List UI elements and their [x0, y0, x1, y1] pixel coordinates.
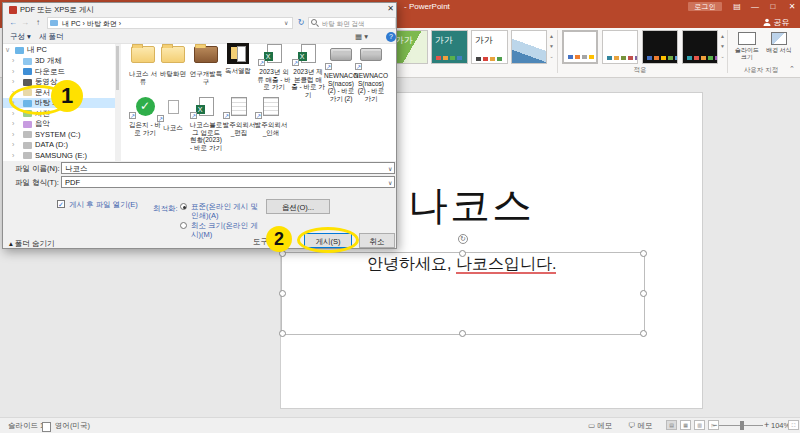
spellcheck-icon[interactable]	[42, 422, 51, 432]
dialog-close-button[interactable]: ✕	[384, 4, 397, 14]
filetype-select[interactable]: PDF	[61, 176, 395, 188]
file-item[interactable]: ↗2023년 의류 매출 - 바로 가기	[257, 43, 291, 91]
dialog-title: PDF 또는 XPS로 게시	[20, 5, 94, 15]
cancel-button[interactable]: 취소	[359, 233, 395, 248]
zoom-slider-knob[interactable]	[740, 421, 744, 430]
filename-dropdown-icon[interactable]: ∨	[388, 165, 392, 172]
file-item[interactable]: ↗나코스블로그 업로드 현황(2023) - 바로 가기	[189, 96, 223, 151]
file-item[interactable]: ↗발주의뢰서_편집	[222, 96, 256, 136]
new-folder-button[interactable]: 새 폴더	[39, 32, 64, 42]
file-item[interactable]: ↗나코스	[156, 96, 190, 132]
optimize-standard-radio[interactable]	[180, 203, 187, 210]
share-label: 공유	[773, 18, 789, 27]
spreadsheet-icon	[263, 97, 279, 116]
resize-handle[interactable]	[640, 330, 647, 337]
login-button[interactable]: 로그인	[688, 2, 722, 11]
view-options-icon[interactable]: ▦ ▾	[355, 32, 368, 41]
notes-toggle[interactable]: ▭ 메모	[588, 421, 612, 431]
normal-view-button[interactable]: ▤	[666, 420, 677, 430]
sidebar-item-drive-e[interactable]: ›SAMSUNG (E:)	[3, 151, 115, 161]
resize-handle[interactable]	[640, 290, 647, 297]
search-input[interactable]: 바탕 화면 검색	[308, 17, 396, 29]
filetype-label: 파일 형식(T):	[15, 178, 59, 188]
slide-title-text[interactable]: 나코스	[408, 178, 534, 233]
up-button[interactable]: ↑	[36, 18, 40, 27]
search-icon	[311, 19, 317, 25]
window-title: - PowerPoint	[404, 2, 450, 11]
theme-gallery-scroll[interactable]: ▲▼⌄	[548, 31, 555, 63]
shortcut-arrow-icon: ↗	[129, 112, 136, 119]
optimize-minimum-radio[interactable]	[180, 222, 187, 229]
variant-thumbnail-1[interactable]	[562, 30, 598, 64]
file-item[interactable]: ↗발주의뢰서_인쇄	[254, 96, 288, 136]
back-button[interactable]: ←	[9, 18, 17, 27]
rotate-handle[interactable]: ↻	[458, 234, 468, 244]
filetype-dropdown-icon[interactable]: ∨	[388, 179, 392, 186]
forward-button[interactable]: →	[21, 18, 29, 27]
folder-icon	[50, 20, 58, 26]
pdf-dialog-icon	[9, 6, 17, 14]
variant-thumbnail-4[interactable]	[682, 30, 718, 64]
sidebar-item-downloads[interactable]: ›다운로드	[3, 67, 115, 77]
file-item[interactable]: ↗NEWNACOS(nacos) (2) - 바로 가기 (2)	[324, 43, 358, 102]
theme-thumbnail-3[interactable]: 가가	[471, 30, 508, 64]
shortcut-arrow-icon: ↗	[223, 112, 230, 119]
person-icon	[763, 18, 771, 26]
ribbon-display-options-icon[interactable]: ▤	[729, 1, 745, 12]
sidebar-item-this-pc[interactable]: ∨내 PC	[3, 45, 115, 55]
slide-sorter-view-button[interactable]: ▦	[680, 420, 691, 430]
help-icon[interactable]: ?	[386, 32, 396, 42]
share-button[interactable]: 공유	[763, 17, 789, 28]
file-item[interactable]: 독서열람	[221, 43, 255, 75]
sidebar-item-drive-c[interactable]: ›SYSTEM (C:)	[3, 130, 115, 140]
reading-view-button[interactable]: ▥	[694, 420, 705, 430]
filename-input[interactable]: 나코스	[61, 162, 395, 174]
file-item[interactable]: 나코스 서류	[126, 43, 160, 85]
minimize-button[interactable]: —	[747, 1, 763, 12]
background-format-icon	[771, 32, 787, 45]
excel-shortcut-icon	[199, 97, 214, 116]
resize-handle[interactable]	[279, 330, 286, 337]
resize-handle[interactable]	[640, 250, 647, 257]
open-after-publish-checkbox[interactable]: ✓	[57, 200, 65, 208]
shortcut-arrow-icon: ↗	[157, 115, 164, 122]
options-button[interactable]: 옵션(O)...	[266, 199, 330, 214]
slide-size-icon	[738, 32, 756, 45]
ribbon-collapse-icon[interactable]: ⌃	[789, 65, 795, 73]
slide-body-text[interactable]: 안녕하세요, 나코스입니다.	[367, 254, 556, 275]
sidebar-item-drive-d[interactable]: ›DATA (D:)	[3, 140, 115, 150]
theme-thumbnail-4[interactable]	[511, 30, 547, 64]
folder-icon	[194, 46, 218, 63]
variant-gallery-scroll[interactable]: ▲▼⌄	[719, 31, 726, 63]
hide-folders-button[interactable]: ▴ 폴더 숨기기	[9, 239, 54, 249]
refresh-button[interactable]: ↻	[295, 17, 307, 29]
resize-handle[interactable]	[459, 330, 466, 337]
fit-to-window-button[interactable]: ⛶	[788, 420, 799, 430]
variant-thumbnail-2[interactable]	[602, 30, 638, 64]
file-item[interactable]: ↗NEWNACOS(nacos) (2) - 바로 가기	[354, 43, 388, 102]
sidebar-scrollbar-thumb[interactable]	[116, 46, 119, 90]
zoom-out-button[interactable]: −	[712, 420, 717, 430]
variant-thumbnail-3[interactable]	[642, 30, 678, 64]
file-item[interactable]: 연구개발특구	[189, 43, 223, 85]
sidebar-item-music[interactable]: ›음악	[3, 119, 115, 129]
resize-handle[interactable]	[459, 250, 466, 257]
drive-shortcut-icon	[330, 48, 352, 61]
comments-toggle[interactable]: 🗩 메모	[628, 421, 653, 431]
background-format-button[interactable]: 배경 서식	[764, 31, 794, 64]
shortcut-arrow-icon: ↗	[355, 63, 362, 70]
address-bar[interactable]: 내 PC › 바탕 화면 ›	[47, 17, 293, 29]
file-item[interactable]: ↗2023년 제본클럽 매출 - 바로 가기	[291, 43, 325, 98]
language-indicator[interactable]: 영어(미국)	[55, 421, 90, 431]
organize-menu[interactable]: 구성 ▾	[10, 32, 31, 42]
close-button[interactable]: ✕	[784, 1, 800, 12]
green-check-icon: ✓	[136, 97, 155, 116]
file-item[interactable]: 바탕화면	[156, 43, 190, 78]
zoom-in-button[interactable]: +	[764, 420, 769, 430]
maximize-button[interactable]: □	[765, 1, 781, 12]
resize-handle[interactable]	[279, 290, 286, 297]
slide-size-button[interactable]: 슬라이드 크기	[732, 31, 762, 64]
theme-thumbnail-2[interactable]: 가가	[431, 30, 468, 64]
address-dropdown-icon[interactable]: ∨	[284, 19, 288, 26]
sidebar-item-3d-objects[interactable]: ›3D 개체	[3, 56, 115, 66]
